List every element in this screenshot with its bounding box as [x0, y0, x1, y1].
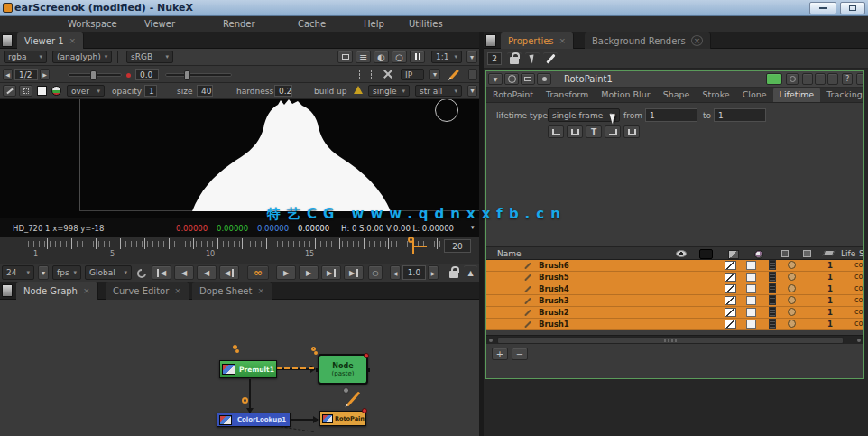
paint-overflow-button[interactable]: ▾: [467, 85, 477, 97]
tab-shape[interactable]: Shape: [657, 88, 697, 102]
size-field[interactable]: 40: [197, 85, 213, 97]
lifetime-mode-select[interactable]: single▾: [368, 85, 410, 97]
lifetime-to-start-button[interactable]: [567, 125, 583, 138]
overlay-chip[interactable]: [788, 308, 796, 316]
color-chip[interactable]: [725, 308, 736, 317]
pin-icon[interactable]: [537, 73, 551, 85]
from-field[interactable]: 1: [645, 108, 697, 122]
wipe-icon[interactable]: ◐: [374, 51, 389, 63]
close-icon[interactable]: ×: [691, 35, 704, 46]
close-icon[interactable]: ×: [69, 36, 77, 45]
hardness-field[interactable]: 0.2: [274, 85, 292, 97]
color-chip[interactable]: [725, 261, 736, 270]
info-menu-icon[interactable]: ▾: [471, 224, 475, 231]
next-frame-button[interactable]: ▶: [299, 265, 319, 280]
minimize-button[interactable]: [809, 2, 836, 14]
gamma-slider[interactable]: [165, 73, 232, 77]
table-scrollbar[interactable]: [486, 335, 863, 344]
play-backward-button[interactable]: ◀: [219, 265, 239, 280]
gamma-field[interactable]: 0.0: [135, 69, 159, 80]
panel-menu-icon[interactable]: ▼: [488, 73, 503, 85]
tab-background-renders[interactable]: Background Renders ×: [585, 32, 711, 49]
clock-icon[interactable]: [504, 73, 519, 85]
color-chip[interactable]: [725, 273, 736, 282]
close-icon[interactable]: ×: [174, 286, 181, 295]
node-graph[interactable]: Premult1 Node (paste) ColorLookup1 RotoP…: [0, 300, 479, 436]
close-icon[interactable]: ×: [83, 286, 90, 295]
tab-node-graph[interactable]: Node Graph ×: [16, 282, 98, 300]
tab-tracking[interactable]: Tracking: [820, 88, 863, 102]
opacity-field[interactable]: 1: [144, 85, 157, 97]
blend-chip[interactable]: [769, 295, 776, 305]
add-stroke-button[interactable]: +: [492, 348, 508, 360]
next-keyframe-button[interactable]: ▶: [321, 265, 341, 280]
blend-chip[interactable]: [769, 307, 776, 317]
node-color-swatch[interactable]: [766, 73, 782, 85]
lut-select[interactable]: sRGB▾: [126, 51, 173, 63]
layer-select[interactable]: rgba▾: [4, 51, 47, 63]
dot-node[interactable]: [242, 397, 248, 404]
fps-field[interactable]: 24▾: [2, 265, 34, 280]
pane-menu-button[interactable]: [485, 34, 496, 47]
color-wheel-swatch[interactable]: [51, 86, 61, 96]
overlay-chip[interactable]: [788, 320, 796, 328]
tab-dope-sheet[interactable]: Dope Sheet ×: [192, 282, 272, 300]
close-icon[interactable]: ×: [257, 286, 264, 295]
stroke-row-brush6[interactable]: Brush6 1 color: [486, 260, 863, 272]
lifetime-single-button[interactable]: T: [586, 125, 602, 138]
prev-keyframe-button[interactable]: ◀: [174, 265, 194, 280]
blend-chip[interactable]: [769, 260, 776, 270]
stroke-row-brush5[interactable]: Brush5 1 color: [486, 272, 863, 283]
node-note[interactable]: Node (paste): [318, 354, 368, 385]
goto-end-button[interactable]: ▶: [344, 265, 364, 280]
fps-menu-button[interactable]: ▾: [38, 265, 49, 280]
edit-icon[interactable]: [543, 52, 558, 65]
ip-menu-button[interactable]: ▾: [429, 69, 440, 80]
decrement-button[interactable]: ◀: [390, 265, 401, 280]
menu-utilities[interactable]: Utilities: [409, 19, 443, 29]
foreground-color-swatch[interactable]: [37, 86, 47, 96]
lifetime-range-button[interactable]: [623, 125, 640, 138]
goto-start-button[interactable]: ◀: [152, 265, 171, 280]
tool-presets-icon[interactable]: [19, 85, 32, 97]
pane-menu-button[interactable]: [2, 34, 13, 47]
end-frame-field[interactable]: 20: [444, 239, 471, 253]
tab-stroke[interactable]: Stroke: [696, 88, 735, 102]
title-bar[interactable]: earScreenok (modified) - NukeX: [0, 0, 868, 16]
tab-lifetime[interactable]: Lifetime: [773, 88, 821, 102]
gain-indicator-icon[interactable]: [126, 73, 131, 78]
proxy-toggle-icon[interactable]: [337, 51, 353, 63]
header-button[interactable]: [827, 73, 838, 85]
stop-button[interactable]: ○: [368, 265, 383, 280]
gain-next-icon[interactable]: ▶: [40, 69, 50, 80]
close-panel-button[interactable]: [856, 73, 864, 85]
scrollbar-handle[interactable]: [497, 337, 844, 344]
overlay-chip[interactable]: [788, 261, 796, 269]
blend-chip[interactable]: [769, 272, 776, 282]
checkbox[interactable]: [746, 273, 756, 282]
overlay-chip[interactable]: [788, 273, 796, 281]
overlay-column-icon[interactable]: [754, 250, 763, 259]
header-button[interactable]: [802, 73, 813, 85]
node-rotopaint[interactable]: RotoPaint1: [319, 411, 366, 426]
lock-range-icon[interactable]: [449, 271, 458, 278]
invert-column-icon[interactable]: [823, 250, 836, 256]
edge-button[interactable]: [468, 69, 477, 80]
node-colorlookup[interactable]: ColorLookup1: [217, 413, 291, 427]
color-chip[interactable]: [725, 320, 736, 329]
remove-stroke-button[interactable]: −: [512, 348, 528, 360]
stroke-row-brush1[interactable]: Brush1 1 color: [486, 319, 863, 330]
center-icon[interactable]: [521, 73, 535, 85]
tab-motion-blur[interactable]: Motion Blur: [595, 88, 656, 102]
color-column-icon[interactable]: [728, 250, 739, 259]
play-forward-button[interactable]: ▶: [276, 265, 296, 280]
refresh-icon[interactable]: [383, 69, 393, 79]
brush-tool-icon[interactable]: [3, 85, 16, 97]
restore-button[interactable]: [840, 2, 865, 14]
lock-panels-icon[interactable]: [507, 52, 522, 65]
color-chip[interactable]: [725, 296, 736, 305]
gain-slider-knob[interactable]: [90, 70, 97, 80]
roi-marquee-icon[interactable]: [359, 70, 372, 79]
header-button[interactable]: [815, 73, 826, 85]
pane-divider[interactable]: [479, 32, 484, 436]
